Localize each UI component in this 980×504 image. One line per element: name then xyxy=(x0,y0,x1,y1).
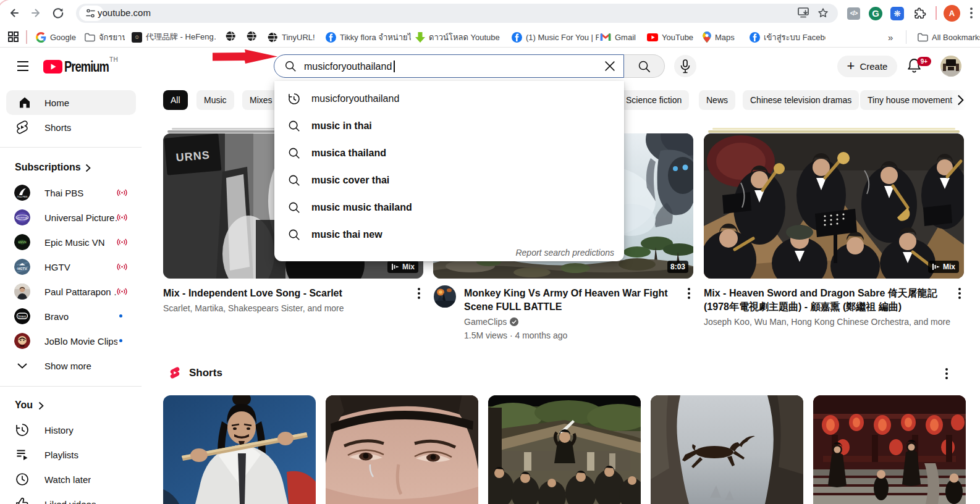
svg-text:bravo: bravo xyxy=(19,314,27,318)
svg-text:UNIVERSAL: UNIVERSAL xyxy=(16,217,28,219)
svg-text:HGTV: HGTV xyxy=(17,267,27,271)
svg-text:EMVN: EMVN xyxy=(18,241,26,244)
svg-text:Thai PBS: Thai PBS xyxy=(17,195,28,198)
